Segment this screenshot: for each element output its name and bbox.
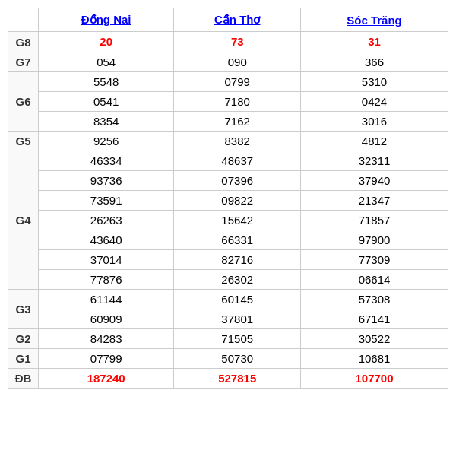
cell-g3-0-col1: 61144 — [39, 290, 174, 309]
cell-g1-col2: 50730 — [174, 349, 301, 369]
cell-g6-2-col2: 7162 — [174, 112, 301, 132]
row-g4-3: 262631564271857 — [8, 211, 448, 230]
row-g6-0: G6554807995310 — [8, 72, 448, 92]
cell-g8-col3: 31 — [301, 32, 448, 52]
cell-g4-6-col2: 26302 — [174, 270, 301, 290]
label-g6: G6 — [8, 72, 39, 132]
cell-g4-6-col1: 77876 — [39, 270, 174, 290]
cell-g4-4-col2: 66331 — [174, 230, 301, 250]
row-g6-1: 054171800424 — [8, 92, 448, 112]
cell-g4-0-col1: 46334 — [39, 151, 174, 171]
row-g4-4: 436406633197900 — [8, 230, 448, 250]
cell-g7-col3: 366 — [301, 52, 448, 72]
cell-g2-col1: 84283 — [39, 329, 174, 349]
cell-g6-1-col1: 0541 — [39, 92, 174, 112]
row-g7: G7054090366 — [8, 52, 448, 72]
row-đb: ĐB187240527815107700 — [8, 369, 448, 389]
header-can-tho: Cần Thơ — [174, 8, 301, 32]
cell-g7-col2: 090 — [174, 52, 301, 72]
label-đb: ĐB — [8, 369, 39, 389]
cell-g1-col3: 10681 — [301, 349, 448, 369]
cell-g4-6-col3: 06614 — [301, 270, 448, 290]
cell-g5-col1: 9256 — [39, 132, 174, 151]
row-g4-0: G4463344863732311 — [8, 151, 448, 171]
cell-g4-5-col2: 82716 — [174, 250, 301, 270]
cell-g5-col3: 4812 — [301, 132, 448, 151]
cell-g7-col1: 054 — [39, 52, 174, 72]
cell-g8-col1: 20 — [39, 32, 174, 52]
cell-g2-col2: 71505 — [174, 329, 301, 349]
row-g4-2: 735910982221347 — [8, 191, 448, 211]
cell-g4-2-col1: 73591 — [39, 191, 174, 211]
cell-đb-col3: 107700 — [301, 369, 448, 389]
cell-g6-0-col2: 0799 — [174, 72, 301, 92]
cell-g4-1-col1: 93736 — [39, 171, 174, 191]
label-g1: G1 — [8, 349, 39, 369]
cell-g1-col1: 07799 — [39, 349, 174, 369]
cell-g6-0-col3: 5310 — [301, 72, 448, 92]
row-g2: G2842837150530522 — [8, 329, 448, 349]
cell-g4-0-col2: 48637 — [174, 151, 301, 171]
row-g4-1: 937360739637940 — [8, 171, 448, 191]
cell-g5-col2: 8382 — [174, 132, 301, 151]
cell-đb-col1: 187240 — [39, 369, 174, 389]
cell-g6-2-col3: 3016 — [301, 112, 448, 132]
cell-g4-1-col3: 37940 — [301, 171, 448, 191]
cell-g4-5-col3: 77309 — [301, 250, 448, 270]
cell-g4-2-col3: 21347 — [301, 191, 448, 211]
row-g4-5: 370148271677309 — [8, 250, 448, 270]
cell-g4-4-col3: 97900 — [301, 230, 448, 250]
cell-g4-1-col2: 07396 — [174, 171, 301, 191]
label-g4: G4 — [8, 151, 39, 290]
cell-g3-0-col2: 60145 — [174, 290, 301, 309]
cell-g4-3-col1: 26263 — [39, 211, 174, 230]
cell-g4-5-col1: 37014 — [39, 250, 174, 270]
cell-g6-1-col2: 7180 — [174, 92, 301, 112]
row-g1: G1077995073010681 — [8, 349, 448, 369]
cell-g6-2-col1: 8354 — [39, 112, 174, 132]
cell-g4-4-col1: 43640 — [39, 230, 174, 250]
row-g6-2: 835471623016 — [8, 112, 448, 132]
cell-g3-0-col3: 57308 — [301, 290, 448, 309]
row-g4-6: 778762630206614 — [8, 270, 448, 290]
row-g3-1: 609093780167141 — [8, 309, 448, 329]
header-soc-trang: Sóc Trăng — [301, 8, 448, 32]
cell-g4-3-col3: 71857 — [301, 211, 448, 230]
header-empty — [8, 8, 39, 32]
lottery-results-table: Đồng Nai Cần Thơ Sóc Trăng G8207331G7054… — [8, 8, 448, 389]
cell-đb-col2: 527815 — [174, 369, 301, 389]
cell-g4-2-col2: 09822 — [174, 191, 301, 211]
label-g5: G5 — [8, 132, 39, 151]
cell-g3-1-col3: 67141 — [301, 309, 448, 329]
cell-g2-col3: 30522 — [301, 329, 448, 349]
row-g3-0: G3611446014557308 — [8, 290, 448, 309]
label-g3: G3 — [8, 290, 39, 329]
label-g8: G8 — [8, 32, 39, 52]
label-g2: G2 — [8, 329, 39, 349]
header-dong-nai: Đồng Nai — [39, 8, 174, 32]
label-g7: G7 — [8, 52, 39, 72]
cell-g4-3-col2: 15642 — [174, 211, 301, 230]
row-g5: G5925683824812 — [8, 132, 448, 151]
cell-g3-1-col2: 37801 — [174, 309, 301, 329]
cell-g3-1-col1: 60909 — [39, 309, 174, 329]
cell-g8-col2: 73 — [174, 32, 301, 52]
cell-g6-0-col1: 5548 — [39, 72, 174, 92]
row-g8: G8207331 — [8, 32, 448, 52]
cell-g4-0-col3: 32311 — [301, 151, 448, 171]
cell-g6-1-col3: 0424 — [301, 92, 448, 112]
